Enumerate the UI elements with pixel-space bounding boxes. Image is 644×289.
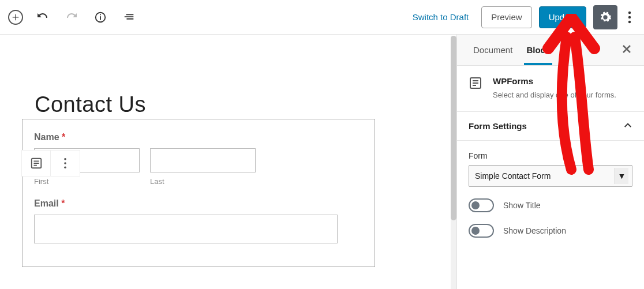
preview-button[interactable]: Preview bbox=[481, 6, 531, 28]
form-settings-body: Form Simple Contact Form ▼ Show Title Sh… bbox=[457, 141, 644, 243]
block-type-button[interactable] bbox=[22, 151, 51, 176]
block-name: WPForms bbox=[493, 76, 616, 86]
form-block[interactable]: Name * First Last Email * bbox=[22, 119, 375, 267]
form-icon bbox=[469, 76, 482, 90]
block-info-panel: WPForms Select and display one of your f… bbox=[457, 66, 644, 112]
block-more-button[interactable] bbox=[51, 151, 80, 176]
content-structure-button[interactable] bbox=[91, 8, 110, 27]
show-title-label: Show Title bbox=[503, 201, 541, 210]
name-label: Name * bbox=[34, 132, 363, 142]
show-description-toggle[interactable] bbox=[469, 224, 494, 238]
svg-rect-2 bbox=[100, 14, 101, 15]
more-options-button[interactable] bbox=[621, 11, 638, 24]
plus-icon bbox=[12, 13, 20, 21]
switch-to-draft-link[interactable]: Switch to Draft bbox=[407, 7, 475, 27]
form-settings-toggle[interactable]: Form Settings bbox=[457, 112, 644, 141]
info-icon bbox=[94, 11, 107, 24]
scrollbar[interactable] bbox=[451, 35, 456, 289]
update-button[interactable]: Update bbox=[539, 6, 586, 28]
list-icon bbox=[123, 11, 136, 24]
block-navigation-button[interactable] bbox=[120, 8, 138, 27]
gear-icon bbox=[599, 11, 612, 24]
show-title-toggle[interactable] bbox=[469, 198, 494, 212]
tab-document[interactable]: Document bbox=[466, 35, 519, 65]
redo-button[interactable] bbox=[62, 8, 81, 27]
svg-rect-1 bbox=[100, 16, 101, 20]
undo-icon bbox=[36, 10, 50, 24]
block-toolbar bbox=[21, 150, 80, 177]
last-sublabel: Last bbox=[150, 177, 256, 186]
svg-point-5 bbox=[628, 20, 631, 22]
top-toolbar: Switch to Draft Preview Update bbox=[0, 0, 644, 35]
svg-point-9 bbox=[64, 166, 66, 168]
settings-sidebar: Document Block WPForms Select and displa… bbox=[456, 35, 644, 289]
sidebar-tabs: Document Block bbox=[457, 35, 644, 66]
page-title[interactable]: Contact Us bbox=[35, 92, 456, 117]
chevron-down-icon: ▼ bbox=[615, 168, 628, 184]
tab-block[interactable]: Block bbox=[519, 35, 557, 65]
form-select[interactable]: Simple Contact Form ▼ bbox=[469, 165, 632, 187]
block-description: Select and display one of your forms. bbox=[493, 89, 616, 101]
show-description-label: Show Description bbox=[503, 226, 566, 235]
email-label: Email * bbox=[34, 198, 363, 209]
first-sublabel: First bbox=[34, 177, 140, 186]
last-name-input[interactable] bbox=[150, 148, 256, 172]
close-icon bbox=[622, 44, 631, 54]
form-select-label: Form bbox=[469, 151, 632, 160]
form-icon bbox=[30, 157, 43, 170]
svg-point-3 bbox=[628, 11, 631, 13]
svg-point-7 bbox=[64, 158, 66, 160]
undo-button[interactable] bbox=[33, 8, 52, 27]
kebab-icon bbox=[628, 11, 631, 24]
redo-icon bbox=[65, 10, 78, 24]
svg-point-8 bbox=[64, 162, 66, 164]
close-sidebar-button[interactable] bbox=[619, 40, 635, 60]
add-block-button[interactable] bbox=[8, 10, 23, 25]
kebab-icon bbox=[63, 157, 67, 169]
email-input[interactable] bbox=[34, 215, 338, 243]
editor-canvas[interactable]: Contact Us Name * First bbox=[0, 35, 456, 289]
settings-button[interactable] bbox=[593, 5, 617, 29]
chevron-up-icon bbox=[623, 121, 632, 130]
svg-point-4 bbox=[628, 16, 631, 18]
